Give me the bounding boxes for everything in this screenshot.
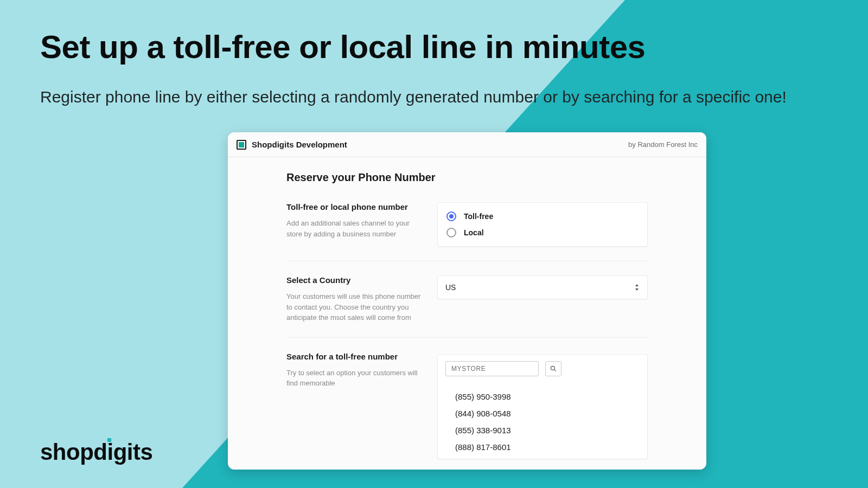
app-body: Reserve your Phone Number Toll-free or l… [228,157,706,470]
section-country: Select a Country Your customers will use… [286,261,648,337]
search-button[interactable] [545,361,561,376]
select-caret-icon [634,284,640,291]
page-title: Reserve your Phone Number [286,171,648,184]
brand-part1: shopd [40,439,107,465]
svg-point-0 [551,366,554,370]
radio-circle-icon [446,211,456,221]
number-results-list: (855) 950-3998 (844) 908-0548 (855) 338-… [445,388,640,455]
app-bag-icon [237,140,246,150]
promo-stage: Set up a toll-free or local line in minu… [0,0,868,488]
section-number-type: Toll-free or local phone number Add an a… [286,202,648,261]
section-search: Search for a toll-free number Try to sel… [286,337,648,470]
search-heading: Search for a toll-free number [286,352,422,361]
radio-local-label: Local [464,228,484,237]
titlebar-left: Shopdigits Development [237,140,347,150]
promo-headline: Set up a toll-free or local line in minu… [40,28,645,66]
section-number-type-left: Toll-free or local phone number Add an a… [286,202,422,247]
section-search-right: (855) 950-3998 (844) 908-0548 (855) 338-… [437,352,648,459]
brand-logo: shopdigits [40,439,152,465]
search-row [445,361,640,376]
country-select-value: US [445,283,456,292]
number-result[interactable]: (855) 338-9013 [455,422,640,439]
brand-accent-i: i [107,439,113,465]
vanity-search-input[interactable] [445,361,539,376]
number-result[interactable]: (844) 908-0548 [455,405,640,422]
number-type-radio-group: Toll-free Local [437,202,648,247]
radio-tollfree-label: Toll-free [464,212,493,221]
section-number-type-right: Toll-free Local [437,202,648,247]
app-title: Shopdigits Development [252,140,347,149]
search-desc: Try to select an option your customers w… [286,368,422,389]
app-window: Shopdigits Development by Random Forest … [228,132,706,470]
country-select[interactable]: US [437,275,648,299]
search-card: (855) 950-3998 (844) 908-0548 (855) 338-… [437,354,648,459]
promo-subhead: Register phone line by either selecting … [40,84,789,110]
svg-line-1 [554,369,556,371]
number-type-heading: Toll-free or local phone number [286,202,422,211]
number-type-desc: Add an additional sales channel to your … [286,218,422,239]
radio-tollfree[interactable]: Toll-free [446,208,639,224]
number-result[interactable]: (855) 950-3998 [455,388,640,405]
radio-local[interactable]: Local [446,224,639,241]
section-search-left: Search for a toll-free number Try to sel… [286,352,422,459]
app-titlebar: Shopdigits Development by Random Forest … [228,132,706,157]
brand-part2: gits [113,439,153,465]
app-byline: by Random Forest Inc [628,140,698,149]
section-country-left: Select a Country Your customers will use… [286,275,422,323]
section-country-right: US [437,275,648,323]
search-icon [550,365,557,373]
country-desc: Your customers will use this phone numbe… [286,291,422,323]
number-result[interactable]: (888) 817-8601 [455,439,640,455]
country-heading: Select a Country [286,275,422,285]
radio-circle-icon [446,228,456,237]
